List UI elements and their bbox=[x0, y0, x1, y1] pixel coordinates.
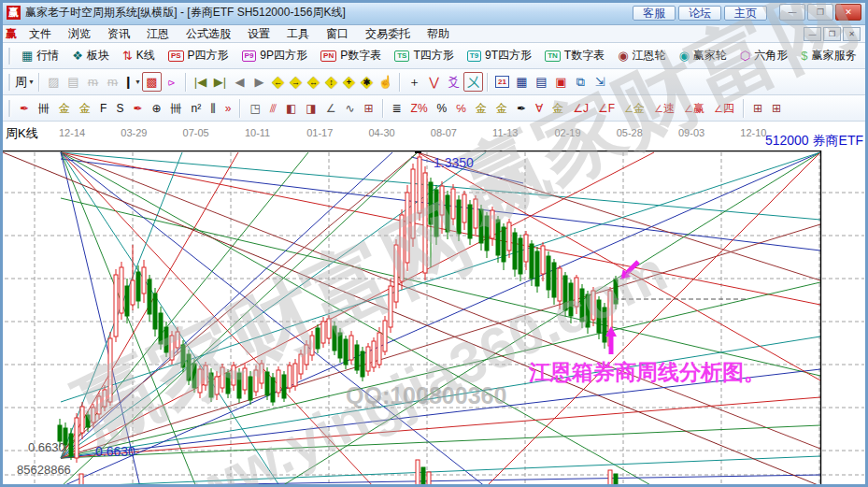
crosshair-button[interactable]: ＋ bbox=[405, 72, 424, 92]
angle-lines-button[interactable]: ∠ bbox=[321, 102, 341, 115]
9t-square-button[interactable]: T99T四方形 bbox=[461, 48, 538, 64]
menu-item-帮助[interactable]: 帮助 bbox=[419, 26, 458, 42]
export-button[interactable]: ⇲ bbox=[591, 72, 610, 92]
menu-item-文件[interactable]: 文件 bbox=[21, 26, 60, 42]
kline-button[interactable]: ⇅K线 bbox=[116, 48, 162, 64]
zigzag-button[interactable]: ∿ bbox=[340, 102, 359, 115]
menu-item-工具[interactable]: 工具 bbox=[278, 26, 318, 42]
menu-item-设置[interactable]: 设置 bbox=[239, 26, 278, 42]
forum-button[interactable]: 论坛 bbox=[678, 6, 721, 21]
measure-ruler-button[interactable]: ⫼ bbox=[206, 102, 221, 115]
hash-ruler-button[interactable]: 卌 bbox=[34, 102, 54, 115]
customer-service-button[interactable]: 客服 bbox=[633, 6, 676, 21]
p-number-table-button[interactable]: PNP数字表 bbox=[314, 48, 388, 64]
menu-item-交易委托[interactable]: 交易委托 bbox=[357, 26, 419, 42]
plain-ruler-button[interactable]: 卌 bbox=[166, 102, 187, 115]
maximize-button[interactable]: ❐ bbox=[807, 4, 833, 21]
save-button[interactable]: ▣ bbox=[551, 72, 571, 92]
sectors-button[interactable]: ❖板块 bbox=[65, 48, 116, 64]
n-square-ruler-button[interactable]: n² bbox=[187, 102, 206, 115]
quotes-button[interactable]: ▦行情 bbox=[15, 48, 65, 64]
t-number-table-button[interactable]: TNT数字表 bbox=[538, 48, 611, 64]
9p-square-button[interactable]: P99P四方形 bbox=[235, 48, 314, 64]
copy-chart-button[interactable]: ⧉ bbox=[571, 72, 591, 92]
j-angle-button[interactable]: ∠J bbox=[568, 102, 593, 115]
percent-z-button[interactable]: Z% bbox=[406, 102, 433, 115]
notes-button[interactable]: ▤ bbox=[532, 72, 551, 92]
expand-vertical-diamond-button[interactable]: ◆↕ bbox=[322, 73, 340, 91]
gold-lines-button[interactable]: 金 bbox=[491, 102, 512, 115]
trendline-draw-button[interactable]: ⋁ bbox=[424, 72, 444, 92]
p-square-button[interactable]: PSP四方形 bbox=[162, 48, 235, 64]
winner-service-button[interactable]: $赢家服务 bbox=[794, 48, 862, 64]
fibonacci-ruler-button[interactable]: F bbox=[95, 102, 111, 115]
brush-tool-button[interactable]: ✒ bbox=[15, 102, 34, 115]
gann-grid-tool-button[interactable]: ▩ bbox=[142, 72, 162, 92]
bars3-tool-disabled-icon[interactable]: ᵯ bbox=[83, 72, 103, 92]
expand-horizontal-diamond-button[interactable]: ◆↔ bbox=[305, 73, 322, 91]
a-channel-button[interactable]: ∀ bbox=[531, 102, 548, 115]
step-forward-button[interactable]: ▶ bbox=[249, 72, 269, 92]
gold-grid-2-button[interactable]: ⊞ bbox=[767, 102, 786, 115]
gold-circle-button[interactable]: 金 bbox=[471, 102, 491, 115]
close-button[interactable]: ✕ bbox=[835, 4, 861, 21]
bars-tool-button[interactable]: ≣ bbox=[388, 102, 406, 115]
data-matrix-button[interactable]: ▦ bbox=[512, 72, 532, 92]
compress-all-diamond-button[interactable]: ◆✱ bbox=[358, 73, 376, 91]
expand-left-diamond-button[interactable]: ◆← bbox=[269, 73, 287, 91]
menu-item-江恩[interactable]: 江恩 bbox=[138, 26, 178, 42]
period-week-dropdown[interactable]: 周▼ bbox=[15, 72, 35, 92]
four-angle-button[interactable]: ∠四 bbox=[709, 102, 739, 115]
menu-item-公式选股[interactable]: 公式选股 bbox=[178, 26, 239, 42]
mdi-minimize-button[interactable]: — bbox=[804, 27, 821, 41]
wave-lines-button[interactable]: 㐅 bbox=[463, 72, 483, 92]
x-axis-date-label: 09-03 bbox=[678, 127, 704, 138]
mdi-restore-button[interactable]: ❐ bbox=[823, 27, 841, 41]
fan-box-1-button[interactable]: ◧ bbox=[281, 102, 301, 115]
expand-all-diamond-button[interactable]: ◆+ bbox=[340, 73, 358, 91]
gold-angle-button[interactable]: ∠金 bbox=[619, 102, 649, 115]
homepage-button[interactable]: 主页 bbox=[724, 6, 767, 21]
winner-wheel-button[interactable]: ◉赢家轮 bbox=[672, 48, 733, 64]
fan-box-2-button[interactable]: ◨ bbox=[301, 102, 320, 115]
photo-tool-disabled-icon[interactable]: ▨ bbox=[44, 72, 64, 92]
candle-brush-button[interactable]: ✒ bbox=[512, 102, 531, 115]
report-tool-disabled-icon[interactable]: ▤ bbox=[64, 72, 83, 92]
gold-grid-1-button[interactable]: ⊞ bbox=[748, 102, 767, 115]
gann-symbols-button[interactable]: 爻 bbox=[444, 72, 463, 92]
more-tools-button[interactable]: » bbox=[221, 102, 236, 115]
box-select-button[interactable]: ◳ bbox=[245, 102, 264, 115]
minimize-button[interactable]: — bbox=[779, 4, 805, 21]
cycle-ruler-button[interactable]: ⊕ bbox=[147, 102, 165, 115]
chart-canvas[interactable]: 赢家财富网 www.yingjia360.com 赢家财富网 1.3350 0.… bbox=[0, 150, 868, 487]
percent-button[interactable]: % bbox=[433, 102, 452, 115]
brush-ruler-button[interactable]: ✒ bbox=[128, 102, 147, 115]
candle-style-dropdown[interactable]: ❙▼ bbox=[122, 72, 142, 92]
speed-angle-button[interactable]: ∠速 bbox=[649, 102, 679, 115]
color-histogram-button[interactable]: ⪧ bbox=[162, 72, 181, 92]
menu-item-资讯[interactable]: 资讯 bbox=[99, 26, 138, 42]
gann-wheel-button[interactable]: ◉江恩轮 bbox=[611, 48, 672, 64]
grid-tool-button[interactable]: ⊞ bbox=[359, 102, 377, 115]
expand-right-diamond-button[interactable]: ◆→ bbox=[287, 73, 305, 91]
goto-first-button[interactable]: |◀ bbox=[191, 72, 210, 92]
p-number-table-icon: PN bbox=[320, 50, 336, 62]
bars9-tool-disabled-icon[interactable]: ᵯ bbox=[103, 72, 122, 92]
menu-item-窗口[interactable]: 窗口 bbox=[318, 26, 357, 42]
percent-line-button[interactable]: ℅ bbox=[451, 102, 471, 115]
gann-fan-button[interactable]: ⫻ bbox=[265, 102, 281, 115]
gold-underline-button[interactable]: 金 bbox=[548, 102, 568, 115]
calendar-button[interactable]: 21 bbox=[492, 72, 512, 92]
gold-ruler-2-button[interactable]: 金 bbox=[75, 102, 95, 115]
pan-hand-button[interactable]: ☝ bbox=[376, 72, 395, 92]
t-square-button[interactable]: TST四方形 bbox=[388, 48, 461, 64]
hexagon-button[interactable]: ⬡六角形 bbox=[733, 48, 794, 64]
step-back-button[interactable]: ◀ bbox=[230, 72, 249, 92]
mdi-close-button[interactable]: ✕ bbox=[843, 27, 861, 41]
goto-last-button[interactable]: ▶| bbox=[210, 72, 230, 92]
menu-item-浏览[interactable]: 浏览 bbox=[60, 26, 99, 42]
f-angle-button[interactable]: ∠F bbox=[593, 102, 619, 115]
gold-ruler-1-button[interactable]: 金 bbox=[54, 102, 75, 115]
spiral-ruler-button[interactable]: S bbox=[111, 102, 128, 115]
win-angle-button[interactable]: ∠赢 bbox=[679, 102, 709, 115]
